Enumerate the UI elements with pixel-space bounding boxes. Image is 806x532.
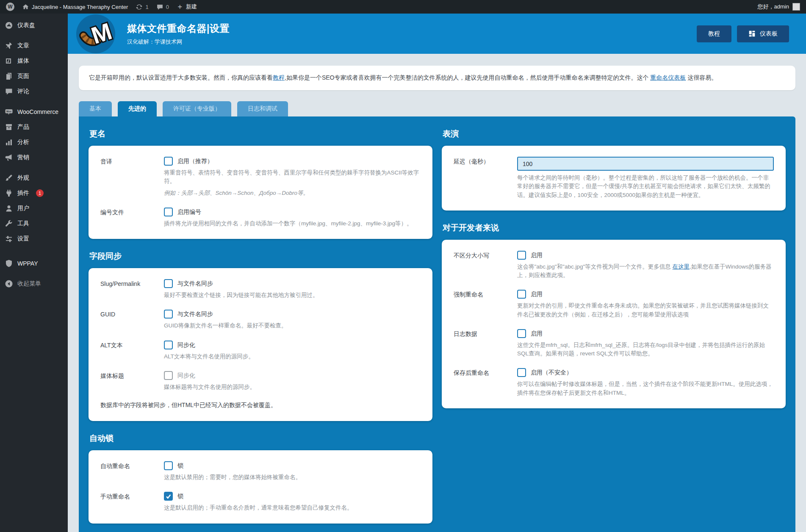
option-description: 这是默认启用的；手动重命名介质时，通常意味着您希望自己修复文件名。: [164, 504, 421, 512]
intro-notice: 它是开箱即用的，默认设置适用于大多数安装。然而，你真的应该看看教程,如果你是一个…: [79, 66, 795, 90]
option-description: 这是默认禁用的；需要时，您的媒体将始终被重命名。: [164, 473, 421, 482]
option-label: 锁: [177, 461, 183, 470]
new-label: 新建: [186, 3, 197, 11]
option-label: 锁: [177, 492, 183, 500]
sidebar-item-products[interactable]: 产品: [0, 119, 68, 135]
sidebar-item-posts[interactable]: 文章: [0, 38, 68, 53]
sidebar-item-woocommerce[interactable]: Woo WooCommerce: [0, 104, 68, 119]
sidebar-item-label: 产品: [17, 123, 29, 131]
sidebar-item-settings[interactable]: 设置: [0, 231, 68, 247]
setting-row-force-rename: 强制重命名 启用 更新对文件的引用，即使文件重命名本身未成功。如果您的安装被破坏…: [454, 290, 774, 319]
advanced-settings-panel: 更名 音译 启用（推荐） 将重音符号、表情符号、变音符号、变音符号、西里尔字母和…: [79, 116, 795, 532]
force-rename-checkbox[interactable]: [517, 290, 526, 299]
slug-sync-checkbox[interactable]: [164, 279, 173, 288]
site-name: Jacqueline - Massage Theraphy Center: [32, 4, 128, 10]
case-insensitive-checkbox[interactable]: [517, 251, 526, 260]
updates-indicator[interactable]: 1: [136, 3, 148, 11]
sidebar-item-plugins[interactable]: 插件 1: [0, 186, 68, 201]
plugin-header: M 媒体文件重命名器|设置 汉化破解：学课技术网 教程 仪表板: [68, 14, 806, 54]
site-home-link[interactable]: Jacqueline - Massage Theraphy Center: [22, 3, 128, 11]
setting-label: 日志数据: [454, 329, 517, 358]
tab-advanced[interactable]: 先进的: [118, 101, 157, 116]
alt-sync-checkbox[interactable]: [164, 341, 173, 349]
manual-rename-lock-checkbox[interactable]: [164, 492, 173, 501]
developers-card: 不区分大小写 启用 这会将"abc.jpg"和"abc.jpg"等文件视为同一个…: [442, 240, 786, 408]
more-info-link[interactable]: 在这里: [672, 263, 690, 270]
setting-label: ALT文本: [100, 341, 164, 361]
auto-rename-lock-checkbox[interactable]: [164, 461, 173, 470]
appearance-icon: [5, 174, 13, 182]
posts-icon: [5, 42, 13, 50]
grid-icon: [748, 30, 756, 37]
sidebar-item-label: 设置: [17, 235, 29, 243]
tutorial-button[interactable]: 教程: [697, 25, 731, 42]
sidebar-item-wppay[interactable]: WPPAY: [0, 256, 68, 271]
rename-card: 音译 启用（推荐） 将重音符号、表情符号、变音符号、变音符号、西里尔字母和任何类…: [89, 146, 432, 239]
tab-license[interactable]: 许可证（专业版）: [163, 101, 231, 116]
sync-card: Slug/Permalink 与文件名同步 最好不要检查这个链接，因为链接可能在…: [89, 268, 432, 421]
sidebar-item-analytics[interactable]: 分析: [0, 135, 68, 150]
plus-icon: ＋: [177, 3, 183, 10]
setting-label: 自动重命名: [100, 461, 164, 482]
tutorial-link[interactable]: 教程: [273, 74, 285, 81]
option-label: 启用编号: [177, 208, 201, 216]
comments-indicator[interactable]: 0: [156, 3, 169, 11]
option-description: 媒体标题将与文件名使用的源同步。: [164, 383, 421, 391]
meow-dashboard-button[interactable]: 仪表板: [737, 25, 789, 42]
setting-row-delay: 延迟（毫秒） 每个请求之间的等待时间（毫秒）。整个过程是密集的，所以这给了服务器…: [454, 157, 774, 200]
guid-sync-checkbox[interactable]: [164, 310, 173, 319]
setting-row-slug: Slug/Permalink 与文件名同步 最好不要检查这个链接，因为链接可能在…: [100, 279, 421, 299]
sidebar-collapse-menu[interactable]: 收起菜单: [0, 276, 68, 291]
tab-basic[interactable]: 基本: [79, 101, 112, 116]
setting-label: 手动重命名: [100, 492, 164, 512]
setting-row-transliteration: 音译 启用（推荐） 将重音符号、表情符号、变音符号、变音符号、西里尔字母和任何类…: [100, 157, 421, 197]
setting-row-alt-text: ALT文本 同步化 ALT文本将与文件名使用的源同步。: [100, 341, 421, 361]
sidebar-item-tools[interactable]: 工具: [0, 216, 68, 231]
avatar[interactable]: [792, 3, 800, 11]
option-label: 启用（推荐）: [177, 157, 213, 165]
admin-sidebar: 仪表盘 文章 媒体 页面 评论 Woo WooCommerce 产品: [0, 14, 68, 532]
setting-label: 媒体标题: [100, 371, 164, 391]
option-description: 每个请求之间的等待时间（毫秒）。整个过程是密集的，所以这给了服务器一个放松的机会…: [517, 174, 774, 200]
autolock-card: 自动重命名 锁 这是默认禁用的；需要时，您的媒体将始终被重命名。 手动重命名: [89, 450, 432, 524]
option-description: 插件将允许使用相同的文件名，并自动添加一个数字（myfile.jpg、myfil…: [164, 219, 421, 228]
option-label: 与文件名同步: [177, 310, 213, 318]
rename-on-save-checkbox[interactable]: [517, 368, 526, 377]
option-description: 将重音符号、表情符号、变音符号、变音符号、西里尔字母和任何类型的棘手字符替换为A…: [164, 169, 421, 186]
option-description: 最好不要检查这个链接，因为链接可能在其他地方被引用过。: [164, 291, 421, 299]
log-data-checkbox[interactable]: [517, 329, 526, 338]
option-description: 这些文件是mfrh_sql。日志和mfrh_sql_还原。日志将在/logs目录…: [517, 341, 774, 358]
sidebar-item-marketing[interactable]: 营销: [0, 150, 68, 165]
sidebar-item-dashboard[interactable]: 仪表盘: [0, 18, 68, 33]
option-label: 同步化: [177, 371, 195, 380]
svg-text:Woo: Woo: [6, 110, 11, 113]
sidebar-item-media[interactable]: 媒体: [0, 53, 68, 69]
new-content-menu[interactable]: ＋ 新建: [177, 3, 197, 11]
tab-logs[interactable]: 日志和调试: [237, 101, 288, 116]
title-sync-checkbox[interactable]: [164, 371, 173, 380]
home-icon: [22, 3, 29, 11]
option-description: ALT文本将与文件名使用的源同步。: [164, 352, 421, 361]
rename-dashboard-link[interactable]: 重命名仪表板: [650, 74, 686, 81]
updates-icon: [136, 3, 143, 11]
comment-bubble-icon: [156, 3, 163, 11]
sidebar-item-appearance[interactable]: 外观: [0, 170, 68, 186]
sidebar-item-pages[interactable]: 页面: [0, 69, 68, 84]
section-title-performance: 表演: [443, 128, 786, 139]
setting-label: GUID: [100, 310, 164, 330]
settings-icon: [5, 235, 13, 243]
transliteration-checkbox[interactable]: [164, 157, 173, 166]
section-title-autolock: 自动锁: [89, 433, 432, 444]
delay-input[interactable]: [517, 157, 774, 171]
dashboard-icon: [5, 21, 13, 30]
wordpress-logo-icon: W: [6, 3, 14, 11]
wordpress-menu[interactable]: W: [6, 3, 14, 11]
sidebar-item-users[interactable]: 用户: [0, 201, 68, 216]
user-greeting[interactable]: 您好，admin: [758, 3, 789, 11]
page-subtitle: 汉化破解：学课技术网: [127, 38, 230, 46]
numbering-checkbox[interactable]: [164, 208, 173, 216]
setting-label: 强制重命名: [454, 290, 517, 319]
sidebar-item-comments[interactable]: 评论: [0, 84, 68, 99]
marketing-icon: [5, 153, 13, 162]
option-description: 你可以在编辑帖子时修改媒体标题，但是，当然，这个插件在这个阶段不能更新HTML。…: [517, 380, 774, 397]
